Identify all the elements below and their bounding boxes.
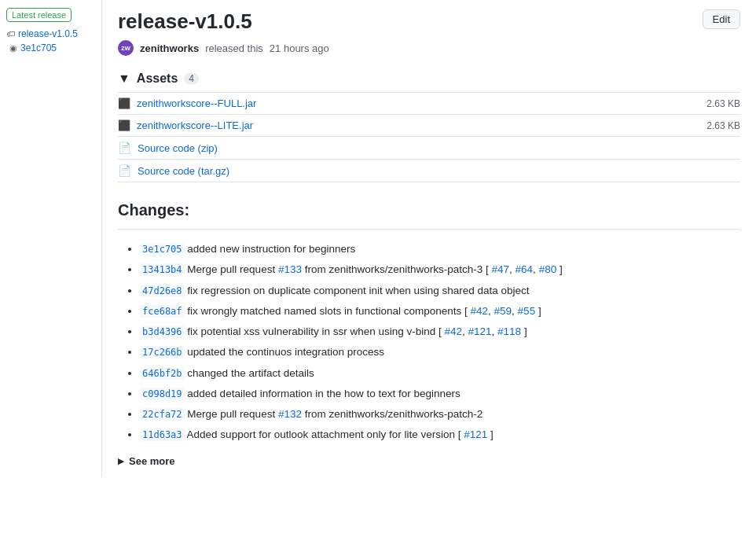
- assets-section: ▼ Assets 4 ⬛zenithworkscore--FULL.jar2.6…: [118, 72, 740, 182]
- commit-hash-link[interactable]: c098d19: [140, 388, 185, 400]
- list-item: 47d26e8 fix regression on duplicate comp…: [140, 281, 740, 301]
- avatar: zw: [118, 40, 134, 56]
- asset-item: 📄Source code (zip): [118, 136, 740, 159]
- ref-separator: ,: [533, 263, 539, 275]
- commit-message: fix wrongly matched named slots in funct…: [185, 305, 471, 317]
- release-time: 21 hours ago: [270, 42, 329, 54]
- ref-link[interactable]: #42: [471, 305, 489, 317]
- release-meta: zw zenithworks released this 21 hours ag…: [118, 40, 740, 56]
- commit-message: fix potential xss vulnerability in ssr w…: [185, 325, 445, 337]
- commit-hash-link[interactable]: fce68af: [140, 305, 185, 318]
- commit-hash-link[interactable]: 11d63a3: [140, 428, 185, 441]
- ref-link[interactable]: #64: [516, 263, 534, 275]
- commit-hash-link[interactable]: 47d26e8: [140, 285, 185, 297]
- ref-link[interactable]: #59: [494, 305, 512, 317]
- edit-button[interactable]: Edit: [703, 9, 740, 29]
- ref-separator: ,: [488, 305, 494, 317]
- commit-hash-link[interactable]: 13413b4: [140, 263, 185, 276]
- list-item: 22cfa72 Merge pull request #132 from zen…: [140, 404, 740, 425]
- asset-link[interactable]: zenithworkscore--FULL.jar: [137, 97, 256, 109]
- commit-hash-link[interactable]: 646bf2b: [140, 367, 185, 380]
- sidebar-tag[interactable]: 🏷 release-v1.0.5: [6, 28, 95, 39]
- assets-chevron-icon: ▼: [118, 72, 130, 86]
- commit-hash-link[interactable]: 17c266b: [140, 346, 185, 359]
- release-title: release-v1.0.5: [118, 9, 252, 34]
- asset-item: ⬛zenithworkscore--FULL.jar2.63 KB: [118, 92, 740, 114]
- commit-hash-link[interactable]: 3e1c705: [140, 243, 185, 256]
- see-more[interactable]: ▶ See more: [118, 455, 740, 467]
- changes-title: Changes:: [118, 201, 740, 219]
- assets-header[interactable]: ▼ Assets 4: [118, 72, 740, 86]
- assets-title: Assets: [137, 72, 178, 86]
- commit-message: added detailed information in the how to…: [185, 388, 461, 399]
- sidebar: Latest release 🏷 release-v1.0.5 ◉ 3e1c70…: [0, 0, 102, 476]
- sidebar-tag-label: release-v1.0.5: [18, 28, 78, 39]
- commit-icon: ◉: [9, 43, 17, 53]
- asset-size: 2.63 KB: [706, 98, 740, 109]
- list-item: 11d63a3 Added support for outlook attach…: [140, 425, 740, 445]
- asset-left: 📄Source code (zip): [118, 142, 218, 154]
- asset-link[interactable]: Source code (zip): [138, 142, 218, 154]
- changes-list: 3e1c705 added new instruction for beginn…: [118, 239, 740, 446]
- commit-message: Added support for outlook attachment onl…: [185, 428, 464, 440]
- commit-hash-link[interactable]: 22cfa72: [140, 408, 185, 421]
- asset-size: 2.63 KB: [706, 120, 740, 131]
- ref-separator: ,: [492, 325, 498, 337]
- changes-section: Changes: 3e1c705 added new instruction f…: [118, 201, 740, 467]
- tag-icon: 🏷: [6, 29, 15, 39]
- pr-link[interactable]: #132: [278, 408, 302, 420]
- assets-list: ⬛zenithworkscore--FULL.jar2.63 KB⬛zenith…: [118, 92, 740, 182]
- refs-suffix: ]: [487, 428, 494, 440]
- list-item: c098d19 added detailed information in th…: [140, 384, 740, 404]
- file-icon: 📄: [118, 164, 131, 177]
- asset-link[interactable]: zenithworkscore--LITE.jar: [137, 120, 253, 131]
- refs-suffix: ]: [556, 263, 563, 275]
- chevron-right-icon: ▶: [118, 457, 124, 465]
- assets-count: 4: [184, 73, 199, 84]
- ref-link[interactable]: #118: [497, 325, 521, 337]
- ref-separator: ,: [509, 263, 516, 275]
- list-item: 3e1c705 added new instruction for beginn…: [140, 239, 740, 259]
- ref-link[interactable]: #55: [518, 305, 536, 317]
- latest-release-badge: Latest release: [6, 8, 72, 22]
- list-item: 646bf2b changed the artifact details: [140, 363, 740, 384]
- sidebar-commit[interactable]: ◉ 3e1c705: [6, 42, 95, 53]
- ref-separator: ,: [462, 325, 468, 337]
- asset-left: ⬛zenithworkscore--FULL.jar: [118, 97, 256, 109]
- list-item: fce68af fix wrongly matched named slots …: [140, 301, 740, 322]
- ref-separator: ,: [512, 305, 518, 317]
- refs-suffix: ]: [521, 325, 527, 337]
- commit-message: Merge pull request: [185, 263, 278, 275]
- commit-hash-link[interactable]: b3d4396: [140, 325, 185, 338]
- list-item: 13413b4 Merge pull request #133 from zen…: [140, 259, 740, 280]
- ref-link[interactable]: #121: [464, 428, 487, 440]
- list-item: 17c266b updated the continuos integratio…: [140, 342, 740, 362]
- main-content: release-v1.0.5 Edit zw zenithworks relea…: [102, 0, 756, 476]
- ref-link[interactable]: #47: [492, 263, 510, 275]
- author-link[interactable]: zenithworks: [140, 42, 199, 54]
- commit-message: added new instruction for beginners: [185, 243, 356, 255]
- commit-message: fix regression on duplicate component in…: [185, 285, 530, 296]
- list-item: b3d4396 fix potential xss vulnerability …: [140, 322, 740, 342]
- ref-link[interactable]: #121: [468, 325, 492, 337]
- file-icon: 📄: [118, 142, 131, 154]
- commit-message-2: from zenithworks/zenithworks-patch-2: [302, 408, 483, 420]
- release-action: released this: [205, 42, 263, 54]
- asset-link[interactable]: Source code (tar.gz): [138, 165, 229, 177]
- commit-message-2: from zenithworks/zenithworks-patch-3 [: [302, 263, 492, 275]
- file-icon: ⬛: [118, 120, 130, 131]
- asset-item: 📄Source code (tar.gz): [118, 159, 740, 182]
- pr-link[interactable]: #133: [278, 263, 302, 275]
- sidebar-commit-label: 3e1c705: [20, 42, 57, 53]
- see-more-label: See more: [129, 455, 175, 467]
- commit-message: updated the continuos integration proces…: [185, 346, 384, 358]
- ref-link[interactable]: #42: [444, 325, 462, 337]
- commit-message: changed the artifact details: [185, 367, 314, 379]
- release-header: release-v1.0.5 Edit: [118, 9, 740, 34]
- commit-message: Merge pull request: [185, 408, 278, 420]
- divider: [118, 229, 740, 230]
- ref-link[interactable]: #80: [539, 263, 557, 275]
- asset-left: ⬛zenithworkscore--LITE.jar: [118, 120, 253, 131]
- refs-suffix: ]: [535, 305, 541, 317]
- file-icon: ⬛: [118, 97, 130, 109]
